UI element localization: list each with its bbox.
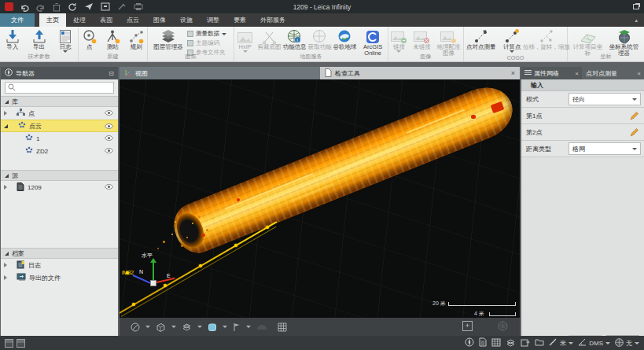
p2p-measure-button[interactable]: 点对点测量	[464, 28, 498, 53]
tree-item-exported-files[interactable]: 导出的文件	[1, 271, 118, 284]
tree-item-log[interactable]: 日志	[1, 259, 118, 271]
report-doc-icon[interactable]	[479, 337, 487, 348]
restore-button[interactable]	[633, 4, 639, 9]
redo-icon[interactable]	[36, 2, 46, 12]
section-library[interactable]: 库	[1, 96, 118, 107]
axis-e-label: E	[167, 273, 171, 278]
tab-property-grid[interactable]: 属性网格 ×	[521, 67, 582, 79]
new-alignment-button[interactable]: 规则	[125, 28, 147, 50]
viewport-3d[interactable]: 水平 N E iM32 20 米 4 米	[120, 79, 520, 318]
expand-view-icon[interactable]: +	[462, 321, 473, 331]
tab-inspect-tool[interactable]: 检查工具 ×	[320, 67, 520, 79]
caret-down-icon[interactable]	[246, 326, 251, 328]
caret-down-icon[interactable]	[171, 326, 176, 328]
tab-infrastructure[interactable]: 设施	[173, 13, 200, 27]
render-mode-icon[interactable]	[156, 322, 166, 332]
new-point-button[interactable]: 点	[79, 28, 101, 50]
expander-icon[interactable]	[4, 263, 7, 267]
refresh-icon[interactable]	[68, 2, 77, 12]
caret-down-icon	[635, 342, 639, 344]
grid-toggle-icon[interactable]	[278, 322, 287, 332]
section-source[interactable]: 源	[1, 170, 118, 181]
tab-view-3d[interactable]: 视图	[120, 67, 320, 79]
tab-p2p-measure[interactable]: 点对点测量 ×	[583, 67, 644, 79]
undo-icon[interactable]	[20, 2, 29, 12]
folder-status-icon[interactable]	[535, 338, 544, 348]
pick-point1-pencil-icon[interactable]	[630, 112, 638, 122]
close-panel-icon[interactable]: ×	[575, 70, 579, 77]
tree-item-source-1209[interactable]: 1209	[1, 181, 118, 193]
expander-icon[interactable]	[4, 275, 7, 280]
layer-measured-data[interactable]: 测量数据	[187, 30, 226, 38]
visibility-eye-icon[interactable]	[105, 135, 113, 142]
clip-basemap-icon	[262, 28, 277, 44]
flag-marker-icon[interactable]	[233, 322, 241, 332]
export-status-icon[interactable]	[521, 338, 530, 348]
compute-point-dropdown-icon[interactable]	[510, 50, 514, 53]
tab-features[interactable]: 要素	[226, 13, 253, 27]
new-setup-button[interactable]: 测站	[102, 28, 124, 50]
tab-pointclouds[interactable]: 点云	[120, 13, 146, 27]
tab-external-services[interactable]: 外部服务	[253, 13, 293, 27]
layers-icon	[160, 28, 177, 44]
delete-icon[interactable]	[53, 2, 61, 12]
tab-home[interactable]: 主页	[39, 13, 66, 27]
table-view-icon[interactable]	[491, 338, 501, 348]
pin-icon[interactable]: ⊡	[109, 70, 114, 77]
search-input[interactable]	[18, 84, 105, 91]
navigator-toggle-icon[interactable]	[465, 337, 474, 348]
tab-adjustments[interactable]: 调整	[200, 13, 226, 27]
visibility-eye-icon[interactable]	[105, 123, 113, 131]
crs-selector[interactable]: 无	[615, 338, 639, 348]
visibility-eye-icon[interactable]	[105, 110, 113, 117]
distance-type-select[interactable]: 格网	[569, 142, 641, 155]
send-icon[interactable]	[84, 2, 94, 11]
layers-status-icon[interactable]	[506, 338, 516, 348]
linear-units-selector[interactable]: 米	[549, 338, 573, 348]
expander-icon[interactable]	[4, 185, 7, 190]
mode-select[interactable]: 径向	[569, 93, 641, 105]
close-view-icon[interactable]: ×	[511, 69, 515, 77]
google-earth-icon	[337, 28, 352, 44]
compute-point-button[interactable]: 计算点	[499, 28, 524, 53]
print-icon[interactable]	[134, 2, 143, 11]
caret-down-icon[interactable]	[145, 326, 150, 328]
scale-bar-small-label: 4 米	[474, 310, 484, 318]
visibility-eye-icon[interactable]	[105, 184, 113, 191]
dome-icon[interactable]	[256, 323, 267, 330]
layer-thematic-codes[interactable]: 主题编码	[187, 39, 226, 47]
import-button[interactable]: 导入	[0, 28, 25, 53]
layers-visibility-icon[interactable]	[182, 322, 192, 331]
shading-mode-icon[interactable]	[208, 322, 217, 332]
journal-button[interactable]: 日志	[53, 28, 78, 53]
layout-left-icon[interactable]	[5, 339, 13, 348]
tree-item-pc-1[interactable]: 1	[1, 132, 118, 145]
collapse-ribbon-icon[interactable]: ▴	[628, 13, 644, 27]
angle-units-selector[interactable]: DMS	[578, 338, 610, 348]
tools-icon[interactable]	[117, 2, 127, 11]
export-button[interactable]: 导出	[27, 28, 52, 53]
pick-point2-pencil-icon[interactable]	[630, 128, 638, 138]
transform-button[interactable]: 位移，旋转，缩放	[526, 28, 567, 53]
tab-file[interactable]: 文件	[0, 13, 35, 27]
caret-down-icon[interactable]	[223, 326, 227, 328]
close-panel-icon[interactable]: ×	[637, 70, 641, 77]
tab-surfaces[interactable]: 表面	[93, 13, 120, 27]
measured-data-dropdown-icon[interactable]	[222, 33, 226, 35]
expander-icon[interactable]	[4, 111, 7, 116]
tab-processing[interactable]: 处理	[66, 13, 93, 27]
caret-down-icon	[569, 342, 573, 344]
layout-bottom-icon[interactable]	[17, 339, 25, 348]
globe-faded-icon[interactable]	[498, 321, 508, 333]
ribbon-group-coordinates: 计算项目坐标 坐标系统管理器 坐标	[568, 27, 644, 61]
visibility-eye-icon[interactable]	[105, 148, 113, 155]
view-orientation-icon[interactable]	[131, 322, 140, 332]
tab-imaging[interactable]: 图像	[146, 13, 173, 27]
expander-icon[interactable]	[4, 124, 8, 128]
caret-down-icon[interactable]	[197, 326, 202, 328]
section-archive[interactable]: 档案	[1, 248, 118, 259]
tree-item-pc-zd2[interactable]: ZD2	[1, 145, 118, 157]
tree-item-points[interactable]: 点	[1, 107, 118, 120]
archive-box-icon[interactable]	[101, 2, 110, 11]
tree-item-pointclouds[interactable]: 点云	[1, 120, 118, 132]
